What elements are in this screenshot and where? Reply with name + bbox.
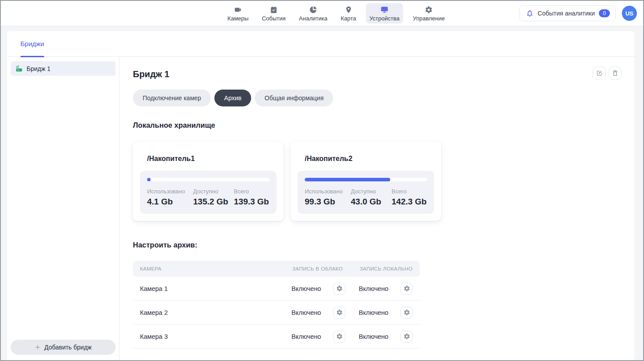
- analytics-events-button[interactable]: События аналитики 0: [519, 5, 616, 21]
- usage-progress-fill: [147, 178, 151, 181]
- gear-icon: [403, 285, 410, 292]
- analytics-pie-icon: [309, 5, 318, 14]
- configure-archive-heading: Настроить архив:: [133, 241, 622, 249]
- main-nav: Камеры События Аналитика Карта Устройств…: [224, 3, 449, 24]
- bridge-item-label: Бридж 1: [27, 65, 50, 72]
- nav-label: Аналитика: [299, 15, 327, 22]
- tab-camera-connection[interactable]: Подключение камер: [133, 90, 211, 106]
- cloud-settings-button[interactable]: [333, 306, 345, 319]
- table-row: Камера 1 Включено Включено: [133, 277, 420, 301]
- gear-icon: [403, 333, 410, 340]
- tab-archive[interactable]: Архив: [214, 90, 251, 106]
- total-value: 142.3 Gb: [392, 197, 427, 207]
- storage-card-2: /Накопитель2 Использовано 99.3 Gb: [291, 141, 441, 221]
- nav-label: Управление: [413, 15, 445, 22]
- edit-bridge-button[interactable]: [593, 67, 606, 80]
- gear-icon: [403, 309, 410, 316]
- bridge-router-icon: [15, 65, 23, 73]
- local-recording-state: Включено: [359, 333, 388, 340]
- table-row: Камера 2 Включено Включено: [133, 301, 420, 325]
- bell-icon: [526, 9, 534, 17]
- camera-name: Камера 3: [133, 333, 285, 340]
- bridge-tabs: Подключение камер Архив Общая информация: [133, 90, 622, 106]
- nav-label: Камеры: [228, 15, 249, 22]
- local-recording-state: Включено: [359, 285, 388, 292]
- tab-management[interactable]: Управление: [409, 3, 448, 24]
- analytics-events-label: События аналитики: [538, 10, 595, 17]
- col-cloud-recording: ЗАПИСЬ В ОБЛАКО: [285, 266, 353, 271]
- usage-progress-fill: [305, 178, 390, 181]
- total-label: Всего: [392, 188, 427, 195]
- used-label: Использовано: [147, 188, 193, 195]
- avatar[interactable]: US: [622, 6, 637, 21]
- cloud-recording-state: Включено: [291, 309, 321, 316]
- local-settings-button[interactable]: [400, 283, 413, 295]
- bridge-detail: Бридж 1 Подключение камер Архив Общая ин…: [120, 57, 634, 360]
- edit-icon: [596, 70, 603, 77]
- available-value: 43.0 Gb: [351, 197, 392, 207]
- sidebar-spacer: [11, 76, 116, 340]
- used-label: Использовано: [305, 188, 351, 195]
- camera-icon: [233, 5, 242, 14]
- devices-panel: Бриджи Бридж 1 Добавить бридж: [7, 31, 634, 360]
- tab-map[interactable]: Карта: [337, 3, 360, 24]
- drive-stats: Использовано 99.3 Gb Доступно 43.0 Gb Вс…: [298, 171, 434, 214]
- management-gear-icon: [424, 5, 433, 14]
- nav-label: Карта: [341, 15, 356, 22]
- drive-cards: /Накопитель1 Использовано 4.1 Gb: [133, 141, 622, 221]
- add-bridge-label: Добавить бридж: [44, 344, 92, 351]
- cloud-recording-state: Включено: [291, 333, 321, 340]
- nav-label: События: [262, 15, 286, 22]
- trash-icon: [612, 70, 619, 77]
- drive-name: /Накопитель1: [140, 149, 276, 171]
- table-header: КАМЕРА ЗАПИСЬ В ОБЛАКО ЗАПИСЬ ЛОКАЛЬНО: [133, 261, 420, 277]
- tab-devices[interactable]: Устройства: [366, 3, 403, 24]
- cloud-settings-button[interactable]: [333, 330, 345, 343]
- camera-name: Камера 2: [133, 309, 285, 316]
- local-storage-heading: Локальное хранилище: [133, 121, 622, 129]
- archive-table: КАМЕРА ЗАПИСЬ В ОБЛАКО ЗАПИСЬ ЛОКАЛЬНО К…: [133, 261, 420, 349]
- total-label: Всего: [234, 188, 269, 195]
- bridge-actions: [593, 67, 622, 80]
- local-settings-button[interactable]: [400, 330, 413, 343]
- notification-count-badge: 0: [599, 9, 610, 17]
- map-pin-icon: [344, 5, 353, 14]
- gear-icon: [336, 333, 343, 340]
- used-value: 99.3 Gb: [305, 197, 351, 207]
- plus-icon: [35, 344, 41, 350]
- local-settings-button[interactable]: [400, 306, 413, 319]
- table-row: Камера 3 Включено Включено: [133, 325, 420, 349]
- tab-bridges-label: Бриджи: [20, 40, 44, 47]
- gear-icon: [336, 309, 343, 316]
- col-camera: КАМЕРА: [133, 266, 285, 271]
- top-bar: Камеры События Аналитика Карта Устройств…: [1, 1, 643, 26]
- active-tab-underline: [20, 56, 44, 57]
- page-background: Бриджи Бридж 1 Добавить бридж: [1, 26, 643, 360]
- panel-tab-bar: Бриджи: [7, 31, 634, 57]
- events-icon: [269, 5, 278, 14]
- local-recording-state: Включено: [359, 309, 388, 316]
- tab-general-info[interactable]: Общая информация: [255, 90, 333, 106]
- usage-progress-bar: [147, 178, 269, 181]
- camera-name: Камера 1: [133, 285, 285, 292]
- available-label: Доступно: [193, 188, 234, 195]
- tab-analytics[interactable]: Аналитика: [295, 3, 331, 24]
- devices-monitor-icon: [380, 5, 389, 14]
- cloud-recording-state: Включено: [291, 285, 321, 292]
- app-window: Камеры События Аналитика Карта Устройств…: [0, 0, 644, 361]
- col-local-recording: ЗАПИСЬ ЛОКАЛЬНО: [353, 266, 420, 271]
- tab-events[interactable]: События: [258, 3, 289, 24]
- delete-bridge-button[interactable]: [609, 67, 622, 80]
- drive-name: /Накопитель2: [298, 149, 434, 171]
- total-value: 139.3 Gb: [234, 197, 269, 207]
- tab-cameras[interactable]: Камеры: [224, 3, 252, 24]
- available-label: Доступно: [351, 188, 392, 195]
- add-bridge-button[interactable]: Добавить бридж: [11, 340, 116, 355]
- cloud-settings-button[interactable]: [333, 283, 345, 295]
- tab-bridges[interactable]: Бриджи: [20, 31, 44, 56]
- available-value: 135.2 Gb: [193, 197, 234, 207]
- sidebar-item-bridge-1[interactable]: Бридж 1: [11, 61, 116, 76]
- nav-label: Устройства: [369, 15, 400, 22]
- storage-card-1: /Накопитель1 Использовано 4.1 Gb: [133, 141, 283, 221]
- used-value: 4.1 Gb: [147, 197, 193, 207]
